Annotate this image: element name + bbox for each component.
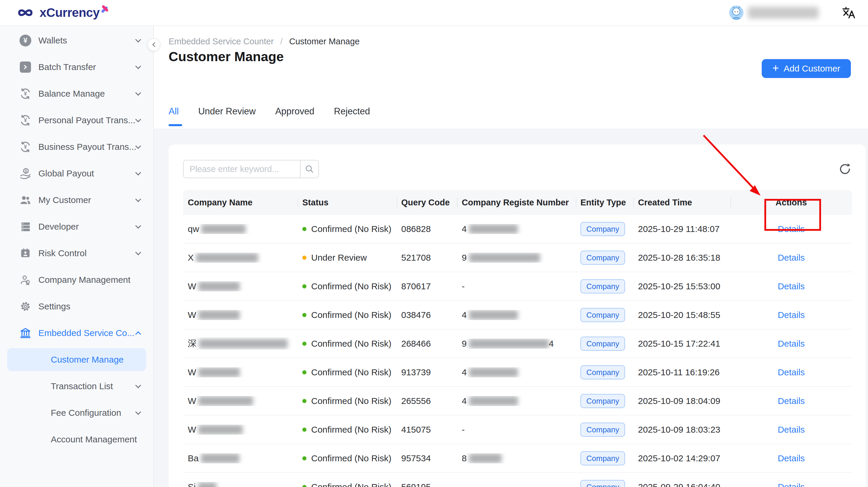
company-name-cell: W [183,310,298,320]
status-tabs: All Under Review Approved Rejected [168,106,390,128]
registe-number-cell: - [457,281,576,291]
details-link[interactable]: Details [778,253,805,263]
sidebar-item-developer[interactable]: Developer [0,213,153,240]
brand-name: xCurrency [39,6,99,20]
status-cell: Confirmed (No Risk) [298,310,397,320]
sidebar-item-personal-payout[interactable]: ¥ Personal Payout Trans... [0,107,153,134]
sidebar-item-business-payout[interactable]: ¥ Business Payout Trans... [0,134,153,160]
redacted-text [469,396,518,406]
redacted-text [469,368,518,377]
breadcrumb-separator: / [280,37,283,46]
registe-number-cell: 94 [457,339,576,349]
entity-type-cell: Company [576,251,633,265]
entity-type-badge: Company [581,222,625,236]
breadcrumb-parent[interactable]: Embedded Service Counter [168,37,274,46]
details-link[interactable]: Details [778,367,805,377]
entity-type-cell: Company [576,423,633,437]
details-link[interactable]: Details [778,281,805,291]
registe-number-cell: 4 [457,396,576,406]
bank-icon [19,326,32,340]
table-row: W Confirmed (No Risk) 913739 4 Company 2… [183,358,852,387]
query-code-cell: 913739 [397,367,457,377]
column-query-code: Query Code [397,190,457,215]
status-dot [302,399,306,403]
sidebar-item-customer-manage[interactable]: Customer Manage [7,348,146,371]
details-link[interactable]: Details [778,310,805,320]
details-link[interactable]: Details [778,339,805,349]
column-registe-number: Company Registe Number [457,190,576,215]
actions-cell: Details [731,482,852,487]
status-dot [302,256,306,260]
actions-cell: Details [731,425,852,435]
sidebar-item-embedded-service-counter[interactable]: Embedded Service Co... [0,320,153,346]
entity-type-cell: Company [576,451,633,465]
batch-transfer-icon [19,61,32,74]
sidebar-item-risk-control[interactable]: Risk Control [0,240,153,266]
gear-icon [19,300,32,313]
breadcrumb: Embedded Service Counter / Customer Mana… [168,26,868,47]
company-name-cell: W [183,281,298,291]
chevron-down-icon [135,90,141,96]
plus-icon: + [772,62,779,74]
query-code-cell: 957534 [397,453,457,463]
column-created-time: Created Time [633,190,731,215]
search-button[interactable] [300,161,318,178]
entity-type-badge: Company [581,423,625,437]
details-link[interactable]: Details [778,453,805,463]
brand-logo[interactable]: xCurrency [17,6,110,20]
tab-approved[interactable]: Approved [275,106,314,128]
sidebar-item-company-management[interactable]: Company Management [0,266,153,293]
sidebar-item-fee-configuration[interactable]: Fee Configuration [0,400,153,426]
created-time-cell: 2025-10-09 18:03:23 [633,425,731,435]
created-time-cell: 2025-10-11 16:19:26 [633,367,731,377]
registe-number-cell: - [457,425,576,435]
chevron-down-icon [135,382,141,388]
details-link[interactable]: Details [778,425,805,435]
chevron-down-icon [135,116,141,122]
details-link[interactable]: Details [778,224,805,234]
table-row: W Confirmed (No Risk) 415075 - Company 2… [183,416,852,444]
personal-payout-icon: ¥ [19,114,32,127]
created-time-cell: 2025-09-29 16:04:40 [633,482,731,487]
tab-all[interactable]: All [168,106,179,128]
user-name-masked[interactable] [748,7,818,19]
registe-number-cell: 4 [457,224,576,234]
sidebar-collapse-button[interactable] [147,38,160,51]
business-payout-icon: ¥ [19,140,32,153]
sidebar-item-my-customer[interactable]: My Customer [0,187,153,213]
column-company-name: Company Name [183,190,298,215]
actions-cell: Details [731,396,852,406]
details-link[interactable]: Details [778,396,805,406]
avatar[interactable] [729,6,743,20]
search-input[interactable] [184,161,300,178]
column-actions: Actions [731,190,852,215]
actions-cell: Details [731,224,852,234]
query-code-cell: 870617 [397,281,457,291]
sidebar-item-balance-manage[interactable]: ¥ Balance Manage [0,80,153,107]
refresh-button[interactable] [838,162,852,176]
entity-type-cell: Company [576,480,633,487]
table-row: X Under Review 521708 9 Company 2025-10-… [183,244,852,272]
details-link[interactable]: Details [778,482,805,487]
company-name-cell: X [183,253,298,263]
sidebar-item-settings[interactable]: Settings [0,293,153,320]
tab-rejected[interactable]: Rejected [334,106,370,128]
tab-under-review[interactable]: Under Review [198,106,256,128]
sidebar-item-wallets[interactable]: ¥ Wallets [0,27,153,54]
sidebar-item-global-payout[interactable]: $ Global Payout [0,160,153,187]
language-switch-button[interactable] [841,6,856,20]
company-name-cell: Ba [183,453,298,463]
add-customer-button[interactable]: + Add Customer [762,59,851,78]
chevron-down-icon [135,143,141,149]
redacted-text [469,224,518,234]
refresh-icon [839,163,851,175]
sidebar-item-batch-transfer[interactable]: Batch Transfer [0,54,153,80]
created-time-cell: 2025-10-02 14:29:07 [633,453,731,463]
company-management-icon [19,273,32,286]
chevron-down-icon [135,196,141,202]
developer-icon [19,220,32,233]
sidebar-item-transaction-list[interactable]: Transaction List [0,373,153,400]
chevron-up-icon [135,331,141,337]
sidebar-item-account-management[interactable]: Account Management [0,426,153,453]
table-row: W Confirmed (No Risk) 265556 4 Company 2… [183,387,852,416]
